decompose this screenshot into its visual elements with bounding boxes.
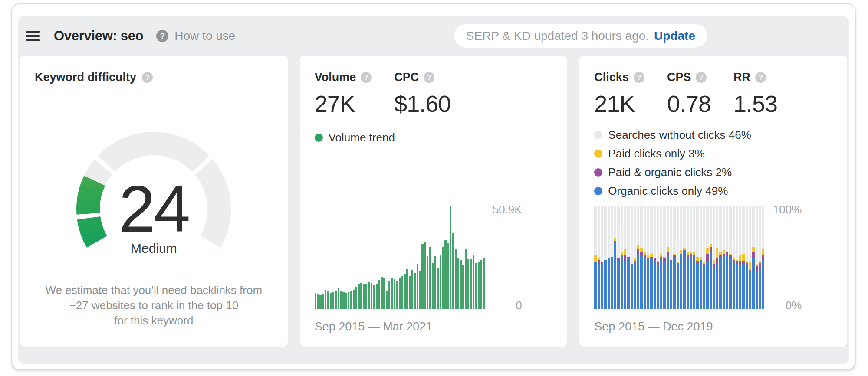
volume-bar (432, 263, 434, 309)
volume-metric: Volume ? 27K (315, 71, 372, 117)
volume-bar (315, 293, 316, 309)
help-icon[interactable]: ? (156, 30, 168, 42)
clicks-bar (710, 206, 712, 309)
volume-bar (470, 259, 472, 309)
volume-bar (386, 291, 388, 309)
volume-bar (358, 284, 360, 309)
volume-bar (373, 285, 375, 309)
legend-item: Searches without clicks 46% (594, 128, 832, 142)
volume-bar (396, 281, 398, 309)
clicks-bar (611, 206, 613, 309)
volume-bar (394, 279, 395, 309)
volume-trend-legend: Volume trend (315, 131, 553, 144)
clicks-y-min-label: 0% (786, 299, 802, 312)
volume-bar (376, 284, 378, 309)
volume-label: Volume (315, 71, 356, 84)
volume-bar (460, 260, 462, 309)
page-title: Overview: seo (54, 28, 143, 44)
serp-update-pill: SERP & KD updated 3 hours ago. Update (454, 24, 707, 48)
help-icon[interactable]: ? (755, 72, 766, 83)
difficulty-note: We estimate that you’ll need backlinks f… (35, 283, 273, 328)
clicks-bar (756, 206, 758, 309)
update-button[interactable]: Update (654, 29, 695, 43)
clicks-metric: Clicks ? 21K (594, 71, 644, 117)
volume-bar (447, 243, 449, 309)
volume-bar (322, 294, 324, 309)
how-to-use-link[interactable]: How to use (174, 29, 235, 43)
help-icon[interactable]: ? (634, 72, 644, 83)
legend-item: Organic clicks only 49% (594, 184, 832, 198)
clicks-bar (631, 206, 633, 309)
paid-clicks-only-dot (594, 150, 602, 158)
clicks-bar (663, 206, 666, 309)
clicks-bar (759, 206, 761, 309)
cps-metric: CPS ? 0.78 (667, 71, 711, 117)
volume-bar (452, 233, 454, 309)
volume-bar (371, 283, 372, 309)
volume-y-min-label: 0 (516, 299, 522, 312)
cps-value: 0.78 (667, 90, 711, 117)
volume-bar (335, 291, 337, 309)
clicks-bar (657, 206, 659, 309)
clicks-bar (700, 206, 702, 309)
clicks-bar (654, 206, 656, 309)
volume-bar (327, 291, 329, 309)
volume-bar (417, 264, 418, 309)
legend-label: Paid clicks only 3% (608, 147, 705, 160)
help-icon[interactable]: ? (424, 72, 434, 83)
volume-bar (414, 273, 416, 309)
clicks-bar (667, 206, 669, 309)
volume-bar (424, 242, 426, 309)
volume-bar (383, 278, 385, 309)
clicks-bar (677, 206, 679, 309)
volume-bar (450, 206, 451, 309)
help-icon[interactable]: ? (142, 72, 153, 83)
volume-bar (355, 287, 357, 309)
clicks-bar (624, 206, 627, 309)
keyword-difficulty-gauge: 24 Medium (71, 126, 236, 256)
volume-bar (411, 270, 413, 309)
clicks-bar (716, 206, 719, 309)
clicks-bar (634, 206, 636, 309)
volume-bar (350, 291, 352, 309)
legend-item: Paid clicks only 3% (594, 147, 832, 160)
clicks-bar (723, 206, 725, 309)
rr-label: RR (733, 71, 750, 84)
volume-bar (368, 282, 370, 309)
volume-bar (427, 256, 428, 309)
volume-date-range: Sep 2015 — Mar 2021 (315, 320, 553, 333)
clicks-bar (749, 206, 752, 309)
volume-bar (467, 259, 469, 309)
clicks-bar (640, 206, 643, 309)
volume-bar (399, 278, 401, 309)
help-icon[interactable]: ? (361, 72, 372, 83)
volume-bar (429, 247, 431, 309)
volume-bar (342, 292, 344, 309)
volume-y-max-label: 50.9K (493, 203, 522, 216)
clicks-bar (696, 206, 699, 309)
volume-card: Volume ? 27K CPC ? $1.60 (300, 56, 568, 347)
clicks-bar (752, 206, 755, 309)
clicks-label: Clicks (594, 71, 629, 84)
volume-bar (406, 269, 408, 309)
help-icon[interactable]: ? (696, 72, 707, 83)
paid-and-organic-clicks-dot (594, 168, 602, 177)
rr-value: 1.53 (733, 90, 777, 117)
volume-bar (421, 244, 423, 309)
clicks-bar (627, 206, 630, 309)
clicks-bar (637, 206, 640, 309)
clicks-bar (660, 206, 663, 309)
cps-label: CPS (667, 71, 691, 84)
cpc-metric: CPC ? $1.60 (394, 71, 450, 117)
serp-update-status: SERP & KD updated 3 hours ago. (466, 29, 649, 43)
clicks-bar (598, 206, 600, 309)
clicks-bar (608, 206, 610, 309)
volume-trend-label: Volume trend (329, 131, 395, 144)
volume-bar (444, 240, 446, 309)
clicks-bar (742, 206, 745, 309)
hamburger-menu-icon[interactable] (26, 31, 40, 41)
overview-panel: Overview: seo ? How to use SERP & KD upd… (18, 16, 849, 364)
volume-bar (434, 256, 436, 309)
cpc-label: CPC (394, 71, 419, 84)
organic-clicks-only-dot (594, 187, 602, 195)
